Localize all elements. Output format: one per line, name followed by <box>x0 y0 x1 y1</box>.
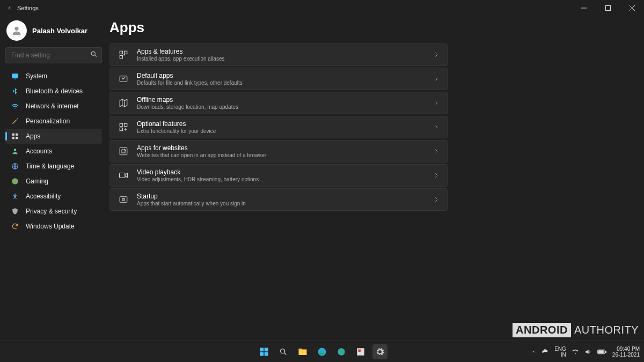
sidebar-item-personalization[interactable]: Personalization <box>5 114 102 129</box>
back-button[interactable] <box>4 3 15 13</box>
card-title: Apps for websites <box>137 144 433 152</box>
svg-point-16 <box>14 194 16 195</box>
sidebar-item-label: Network & internet <box>26 102 79 110</box>
card-subtitle: Apps that start automatically when you s… <box>137 201 433 206</box>
taskbar-app-1[interactable] <box>334 344 349 359</box>
sidebar-item-accounts[interactable]: Accounts <box>5 144 102 159</box>
system-icon <box>11 72 19 80</box>
card-optional-features[interactable]: Optional features Extra functionality fo… <box>109 116 448 138</box>
start-button[interactable] <box>257 344 272 359</box>
sidebar-item-label: Accounts <box>26 147 52 155</box>
card-subtitle: Downloads, storage location, map updates <box>137 104 433 110</box>
search-input[interactable] <box>5 47 102 63</box>
watermark-box: ANDROID <box>513 323 571 337</box>
watermark-text: AUTHORITY <box>574 324 639 336</box>
svg-rect-1 <box>605 6 610 11</box>
svg-rect-35 <box>260 352 264 356</box>
card-offline-maps[interactable]: Offline maps Downloads, storage location… <box>109 92 448 114</box>
sidebar-item-gaming[interactable]: Gaming <box>5 174 102 189</box>
sidebar-item-label: Bluetooth & devices <box>26 87 83 95</box>
svg-point-41 <box>318 348 326 356</box>
page-title: Apps <box>109 19 628 36</box>
sidebar-item-windows-update[interactable]: Windows Update <box>5 219 102 234</box>
svg-rect-36 <box>265 352 268 356</box>
taskbar-app-2[interactable] <box>353 344 368 359</box>
tray-lang-1: ENG <box>554 346 566 352</box>
svg-point-4 <box>14 27 18 31</box>
sidebar-item-network[interactable]: Network & internet <box>5 99 102 114</box>
sidebar-item-label: System <box>26 72 47 80</box>
card-subtitle: Video adjustments, HDR streaming, batter… <box>137 176 433 182</box>
system-tray[interactable]: ENG IN 09:40 PM 26-11-2021 <box>531 341 640 362</box>
tray-language[interactable]: ENG IN <box>554 346 566 358</box>
card-title: Offline maps <box>137 96 433 104</box>
card-apps-features[interactable]: Apps & features Installed apps, app exec… <box>109 43 448 66</box>
svg-point-37 <box>281 349 285 353</box>
optional-features-icon <box>118 122 129 132</box>
offline-maps-icon <box>118 98 129 108</box>
chevron-right-icon <box>433 76 440 82</box>
sidebar-item-apps[interactable]: Apps <box>5 129 102 144</box>
tray-battery-icon[interactable] <box>597 349 607 355</box>
card-default-apps[interactable]: Default apps Defaults for file and link … <box>109 68 448 90</box>
close-button[interactable] <box>620 0 644 16</box>
video-playback-icon <box>118 171 129 180</box>
profile-name: Palash Volvoikar <box>32 27 87 35</box>
sidebar-item-accessibility[interactable]: Accessibility <box>5 189 102 204</box>
sidebar-item-privacy[interactable]: Privacy & security <box>5 204 102 219</box>
svg-rect-12 <box>16 137 18 139</box>
svg-rect-34 <box>265 348 268 351</box>
card-subtitle: Installed apps, app execution aliases <box>137 56 433 62</box>
chevron-right-icon <box>433 172 440 179</box>
chevron-right-icon <box>433 148 440 154</box>
tray-wifi-icon[interactable] <box>572 348 579 356</box>
svg-rect-19 <box>120 56 122 58</box>
svg-rect-29 <box>120 173 126 178</box>
svg-rect-47 <box>598 350 603 353</box>
privacy-icon <box>11 207 19 216</box>
svg-rect-44 <box>358 349 361 352</box>
svg-rect-40 <box>299 349 303 350</box>
svg-point-15 <box>12 178 18 184</box>
maximize-button[interactable] <box>596 0 620 16</box>
svg-rect-39 <box>299 349 307 355</box>
card-title: Apps & features <box>137 48 433 55</box>
sidebar-item-label: Accessibility <box>26 193 61 200</box>
tray-onedrive-icon[interactable] <box>541 348 549 356</box>
svg-rect-7 <box>12 73 18 78</box>
apps-icon <box>11 132 19 141</box>
taskbar: ENG IN 09:40 PM 26-11-2021 <box>0 341 644 362</box>
svg-rect-46 <box>605 351 606 352</box>
minimize-button[interactable] <box>572 0 596 16</box>
card-title: Video playback <box>137 168 433 176</box>
svg-rect-17 <box>120 51 122 54</box>
bluetooth-icon <box>11 87 19 95</box>
card-video-playback[interactable]: Video playback Video adjustments, HDR st… <box>109 164 448 187</box>
card-apps-websites[interactable]: Apps for websites Websites that can open… <box>109 140 448 162</box>
profile[interactable]: Palash Volvoikar <box>6 20 102 41</box>
tray-volume-icon[interactable] <box>584 348 592 356</box>
svg-line-38 <box>284 353 286 354</box>
tray-clock[interactable]: 09:40 PM 26-11-2021 <box>612 346 640 358</box>
taskbar-search[interactable] <box>276 344 291 359</box>
sidebar-item-bluetooth[interactable]: Bluetooth & devices <box>5 84 102 99</box>
taskbar-explorer[interactable] <box>295 344 310 359</box>
svg-rect-10 <box>16 134 18 136</box>
time-language-icon <box>11 162 19 171</box>
search-container <box>5 47 102 63</box>
sidebar-item-label: Privacy & security <box>26 208 77 215</box>
sidebar-item-label: Gaming <box>26 178 48 185</box>
network-icon <box>11 102 19 110</box>
sidebar-item-system[interactable]: System <box>5 69 102 84</box>
card-subtitle: Extra functionality for your device <box>137 128 433 134</box>
taskbar-settings[interactable] <box>372 344 387 359</box>
card-startup[interactable]: Startup Apps that start automatically wh… <box>109 188 448 211</box>
chevron-right-icon <box>433 51 440 58</box>
taskbar-edge[interactable] <box>314 344 330 359</box>
card-title: Startup <box>137 193 433 200</box>
sidebar-item-time-language[interactable]: Time & language <box>5 159 102 174</box>
search-icon <box>90 50 98 58</box>
card-title: Default apps <box>137 72 433 79</box>
tray-chevron-icon[interactable] <box>531 349 536 354</box>
watermark: ANDROID AUTHORITY <box>513 323 639 337</box>
